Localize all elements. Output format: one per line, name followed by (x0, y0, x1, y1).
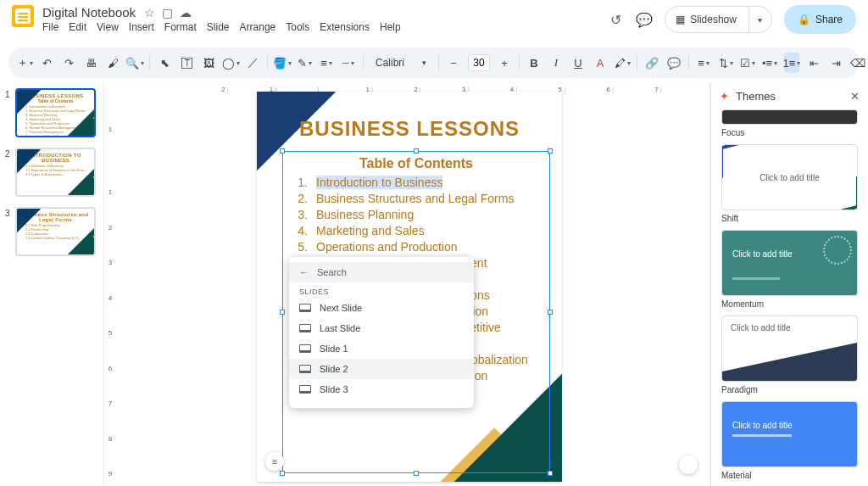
theme-card-shift[interactable]: Click to add title (721, 144, 858, 210)
menu-extensions[interactable]: Extensions (320, 21, 370, 33)
comment-button[interactable]: 💬 (666, 53, 682, 73)
search-result-0[interactable]: Next Slide (289, 298, 474, 318)
border-color[interactable]: ✎ (297, 53, 312, 73)
font-dec[interactable]: − (446, 53, 461, 73)
search-result-4[interactable]: Slide 3 (289, 379, 474, 399)
themes-panel: ✦ Themes ✕ FocusClick to add titleShiftC… (710, 83, 868, 486)
fill-color[interactable]: 🪣 (275, 53, 290, 73)
slide-icon (299, 304, 311, 312)
font-size[interactable]: 30 (468, 54, 490, 71)
menu-slide[interactable]: Slide (207, 21, 230, 33)
font-select[interactable]: Calibri (370, 53, 409, 73)
close-icon[interactable]: ✕ (850, 90, 860, 103)
new-slide-button[interactable]: ＋ (17, 53, 32, 73)
image-tool[interactable]: 🖼 (201, 53, 216, 73)
theme-card-paradigm[interactable]: Click to add title (721, 316, 858, 382)
menu-file[interactable]: File (42, 21, 58, 33)
link-search-popup: ← Search SLIDES Next SlideLast SlideSlid… (289, 257, 474, 408)
star-icon[interactable]: ☆ (144, 6, 155, 20)
menu-arrange[interactable]: Arrange (240, 21, 276, 33)
menu-format[interactable]: Format (164, 21, 197, 33)
linespacing-button[interactable]: ⇅ (718, 53, 733, 73)
slide-icon (299, 365, 311, 373)
slide-thumb-1[interactable]: 1 BUSINESS LESSONS Table of Contents 1. … (5, 88, 96, 137)
back-icon: ← (299, 267, 309, 277)
link-button[interactable]: 🔗 (644, 53, 659, 73)
select-tool[interactable]: ⬉ (157, 53, 172, 73)
slide-icon (299, 324, 311, 332)
menu-edit[interactable]: Edit (69, 21, 86, 33)
bold-button[interactable]: B (526, 53, 542, 73)
toolbar: ＋ ↶ ↷ 🖶 🖌 🔍 ⬉ 🅃 🖼 ◯ ／ 🪣 ✎ ≡ ┄ Calibri ▾ … (8, 47, 860, 78)
menu-help[interactable]: Help (380, 21, 401, 33)
canvas[interactable]: 2 |1 | |1 |2 |3 |4 |5 |6 |7 | 1123456789… (103, 83, 710, 486)
menubar: FileEditViewInsertFormatSlideArrangeTool… (42, 21, 401, 33)
theme-name: Momentum (721, 299, 858, 309)
search-result-1[interactable]: Last Slide (289, 318, 474, 338)
lock-icon: 🔒 (798, 14, 810, 25)
checklist-button[interactable]: ☑ (740, 53, 755, 73)
theme-name: Shift (721, 214, 858, 223)
menu-view[interactable]: View (97, 21, 119, 33)
share-button[interactable]: 🔒 Share (784, 5, 856, 34)
text-color[interactable]: A (593, 53, 608, 73)
explore-button[interactable] (679, 455, 698, 474)
header: Digital Notebook ☆ ▢ ☁ FileEditViewInser… (0, 0, 868, 47)
search-back[interactable]: ← Search (289, 262, 474, 282)
slide-icon (299, 344, 311, 353)
themes-icon: ✦ (720, 90, 729, 103)
border-weight[interactable]: ≡ (319, 53, 334, 73)
slide-thumb-2[interactable]: 2 INTRODUCTION TO BUSINESS 1.1 Definitio… (5, 148, 96, 197)
paint-format-button[interactable]: 🖌 (105, 53, 120, 73)
speaker-notes-toggle[interactable]: ≡ (265, 452, 284, 471)
slide-panel: 1 BUSINESS LESSONS Table of Contents 1. … (0, 83, 103, 486)
search-input[interactable]: Search (317, 267, 347, 277)
slideshow-button[interactable]: ▦Slideshow ▾ (665, 6, 772, 33)
clear-format-button[interactable]: ⌫ (850, 53, 865, 73)
italic-button[interactable]: I (548, 53, 564, 73)
doc-title[interactable]: Digital Notebook (42, 5, 136, 20)
cloud-icon[interactable]: ☁ (180, 6, 192, 20)
theme-card-focus[interactable] (721, 109, 858, 125)
menu-tools[interactable]: Tools (286, 21, 309, 33)
history-icon[interactable]: ↺ (607, 11, 624, 28)
numbered-button[interactable]: 1≡ (784, 53, 799, 73)
outdent-button[interactable]: ⇤ (806, 53, 821, 73)
underline-button[interactable]: U (570, 53, 586, 73)
bulleted-button[interactable]: •≡ (762, 53, 777, 73)
shape-tool[interactable]: ◯ (223, 53, 238, 73)
theme-card-momentum[interactable]: Click to add title (721, 230, 858, 296)
themes-title: Themes (736, 90, 776, 103)
ruler-vertical: 1123456789 (104, 95, 116, 481)
theme-name: Material (721, 471, 858, 480)
redo-button[interactable]: ↷ (61, 53, 76, 73)
highlight-color[interactable]: 🖍 (615, 53, 630, 73)
align-button[interactable]: ≡ (696, 53, 711, 73)
theme-name: Paradigm (721, 385, 858, 394)
comments-icon[interactable]: 💬 (636, 11, 653, 28)
undo-button[interactable]: ↶ (39, 53, 54, 73)
theme-card-material[interactable]: Click to add title (721, 401, 858, 467)
move-icon[interactable]: ▢ (162, 6, 173, 20)
search-result-3[interactable]: Slide 2 (289, 359, 474, 379)
app-icon[interactable] (12, 5, 34, 27)
border-dash[interactable]: ┄ (341, 53, 356, 73)
search-section-label: SLIDES (289, 282, 474, 298)
zoom-button[interactable]: 🔍 (127, 53, 142, 73)
print-button[interactable]: 🖶 (83, 53, 98, 73)
slide-title[interactable]: BUSINESS LESSONS (257, 117, 562, 141)
search-result-2[interactable]: Slide 1 (289, 338, 474, 359)
line-tool[interactable]: ／ (245, 53, 260, 73)
menu-insert[interactable]: Insert (129, 21, 154, 33)
font-inc[interactable]: + (497, 53, 512, 73)
slide-icon (299, 385, 311, 394)
indent-button[interactable]: ⇥ (828, 53, 843, 73)
slide-thumb-3[interactable]: 3 Business Structures and Legal Forms 2.… (5, 207, 96, 256)
slideshow-dropdown[interactable]: ▾ (749, 15, 771, 25)
theme-name: Focus (721, 128, 858, 137)
textbox-tool[interactable]: 🅃 (179, 53, 194, 73)
